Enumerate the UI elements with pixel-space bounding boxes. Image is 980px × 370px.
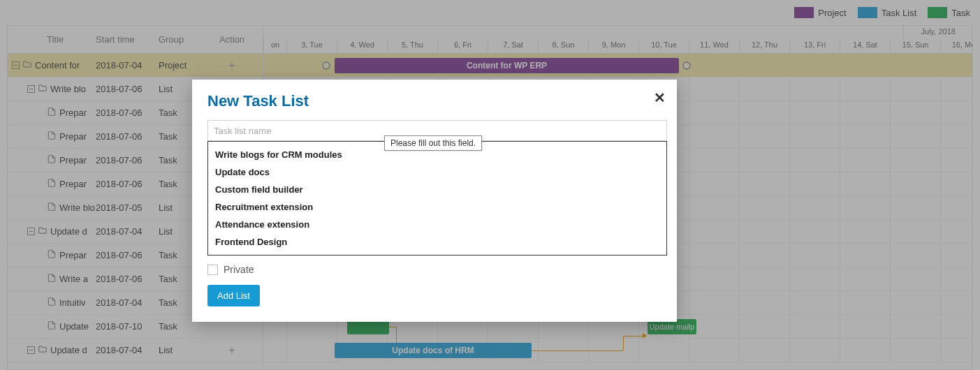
suggestion-item[interactable]: Update docs xyxy=(215,163,659,181)
suggestion-item[interactable]: Attendance extension xyxy=(215,216,659,233)
modal-title: New Task List xyxy=(207,92,661,110)
private-checkbox[interactable] xyxy=(207,265,218,275)
suggestion-item[interactable]: Custom field builder xyxy=(215,181,659,198)
task-list-suggestions[interactable]: Write blogs for CRM modulesUpdate docsCu… xyxy=(207,141,667,256)
add-list-button[interactable]: Add List xyxy=(207,285,260,306)
new-task-list-modal: New Task List ✕ Please fill out this fie… xyxy=(192,80,677,322)
suggestion-item[interactable]: Frontend Design xyxy=(215,233,659,251)
private-label: Private xyxy=(224,264,254,275)
private-checkbox-row[interactable]: Private xyxy=(207,264,661,275)
suggestion-item[interactable]: Recruitment extension xyxy=(215,198,659,216)
close-icon[interactable]: ✕ xyxy=(654,89,666,106)
validation-tooltip: Please fill out this field. xyxy=(384,135,482,151)
